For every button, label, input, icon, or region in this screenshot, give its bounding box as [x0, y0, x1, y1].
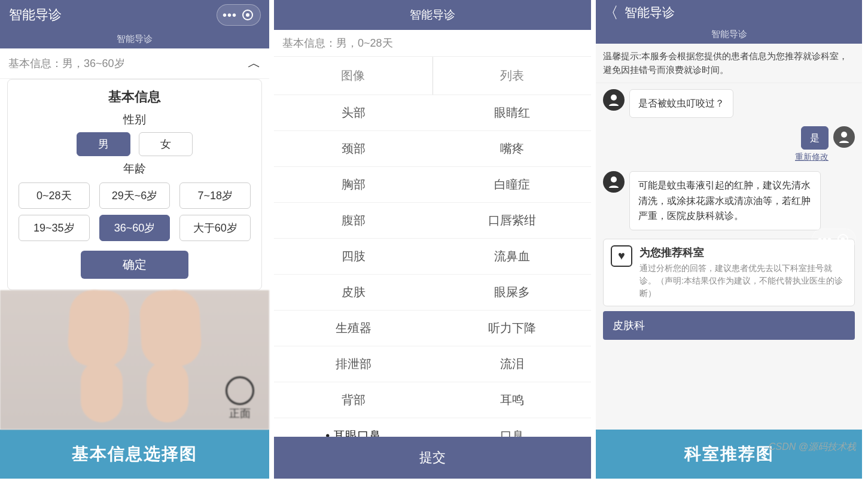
- back-icon[interactable]: 〈: [603, 2, 619, 23]
- symptom-item[interactable]: 流泪: [433, 346, 591, 382]
- svg-point-2: [611, 176, 617, 182]
- header: 〈 智能导诊 •••: [596, 0, 862, 25]
- bot-avatar-icon: [603, 171, 625, 193]
- body-part-item[interactable]: 生殖器: [274, 311, 433, 346]
- gender-female[interactable]: 女: [139, 132, 193, 156]
- body-part-item[interactable]: 四肢: [274, 239, 433, 275]
- symptom-item[interactable]: 流鼻血: [433, 239, 591, 275]
- age-option[interactable]: 0~28天: [19, 182, 90, 209]
- age-option[interactable]: 29天~6岁: [99, 182, 170, 209]
- body-part-item[interactable]: 耳眼口鼻: [274, 418, 433, 437]
- target-icon[interactable]: [239, 7, 257, 23]
- edit-answer-link[interactable]: 重新修改: [795, 152, 829, 163]
- age-option[interactable]: 36~60岁: [99, 215, 170, 241]
- symptom-item[interactable]: 听力下降: [433, 311, 591, 346]
- page-title: 智能导诊: [274, 7, 591, 23]
- watermark: CSDN @源码技术栈: [769, 441, 856, 453]
- footer-caption: 基本信息选择图: [0, 430, 269, 479]
- body-part-item[interactable]: 胸部: [274, 167, 433, 203]
- gender-male[interactable]: 男: [77, 132, 130, 156]
- bot-message: 可能是蚊虫毒液引起的红肿，建议先清水清洗，或涂抹花露水或清凉油等，若红肿严重，医…: [629, 171, 821, 230]
- symptom-item[interactable]: 口唇紫绀: [433, 203, 591, 239]
- body-image[interactable]: 正面: [0, 290, 269, 430]
- more-icon[interactable]: •••: [816, 232, 834, 247]
- body-part-item[interactable]: 皮肤: [274, 275, 433, 311]
- tab-image[interactable]: 图像: [274, 57, 433, 95]
- body-part-item[interactable]: 排泄部: [274, 346, 433, 382]
- age-option[interactable]: 大于60岁: [179, 215, 251, 241]
- svg-point-0: [611, 95, 617, 101]
- chevron-up-icon: ︿: [248, 54, 261, 72]
- info-bar-text: 基本信息：男，36~60岁: [8, 56, 125, 71]
- page-title: 智能导诊: [9, 6, 62, 24]
- page-title: 智能导诊: [625, 4, 675, 21]
- gender-label: 性别: [19, 112, 251, 127]
- symptom-item[interactable]: 白瞳症: [433, 167, 591, 203]
- svg-point-1: [841, 132, 847, 138]
- department-button[interactable]: 皮肤科: [603, 311, 855, 340]
- symptom-list[interactable]: 眼睛红嘴疼白瞳症口唇紫绀流鼻血眼屎多听力下降流泪耳鸣口臭耳痛: [433, 95, 591, 437]
- age-option[interactable]: 19~35岁: [19, 215, 90, 241]
- age-label: 年龄: [19, 161, 251, 176]
- rotate-button[interactable]: 正面: [226, 376, 254, 421]
- user-message: 是: [801, 126, 829, 150]
- symptom-item[interactable]: 眼睛红: [433, 95, 591, 131]
- tab-list[interactable]: 列表: [433, 57, 592, 95]
- tip-text: 温馨提示:本服务会根据您提供的患者信息为您推荐就诊科室，避免因挂错号而浪费就诊时…: [596, 44, 862, 83]
- info-bar[interactable]: 基本信息：男，0~28天: [274, 30, 591, 57]
- subheader: 智能导诊: [596, 25, 862, 44]
- symptom-item[interactable]: 嘴疼: [433, 131, 591, 167]
- user-avatar-icon: [833, 126, 855, 148]
- submit-button[interactable]: 提交: [274, 437, 591, 479]
- symptom-item[interactable]: 耳鸣: [433, 382, 591, 418]
- bot-message: 是否被蚊虫叮咬过？: [629, 89, 733, 118]
- chat-area: 是否被蚊虫叮咬过？ 是 重新修改 可能是蚊虫毒液引起的红肿，建议先清水清洗，或涂…: [596, 83, 862, 430]
- card-title: 基本信息: [19, 88, 251, 106]
- target-icon[interactable]: [834, 232, 852, 247]
- info-bar-text: 基本信息：男，0~28天: [282, 36, 393, 50]
- age-option[interactable]: 7~18岁: [179, 182, 251, 209]
- body-part-list[interactable]: 头部颈部胸部腹部四肢皮肤生殖器排泄部背部耳眼口鼻上肢: [274, 95, 433, 437]
- more-icon[interactable]: •••: [221, 7, 239, 23]
- symptom-item[interactable]: 眼屎多: [433, 275, 591, 311]
- basic-info-card: 基本信息 性别 男 女 年龄 0~28天 29天~6岁 7~18岁 19~35岁…: [7, 79, 262, 290]
- subheader: 智能导诊: [0, 30, 269, 48]
- confirm-button[interactable]: 确定: [81, 251, 188, 279]
- view-tabs: 图像 列表: [274, 57, 591, 95]
- body-part-item[interactable]: 腹部: [274, 203, 433, 239]
- symptom-item[interactable]: 口臭: [433, 418, 591, 437]
- body-part-item[interactable]: 头部: [274, 95, 433, 131]
- heart-icon: ♥: [611, 245, 632, 267]
- info-bar[interactable]: 基本信息：男，36~60岁 ︿: [0, 48, 269, 79]
- bot-avatar-icon: [603, 89, 625, 111]
- footer-caption: 科室推荐图: [596, 430, 862, 479]
- body-part-item[interactable]: 背部: [274, 382, 433, 418]
- body-part-item[interactable]: 颈部: [274, 131, 433, 167]
- recommendation-desc: 通过分析您的回答，建议患者优先去以下科室挂号就诊。（声明:本结果仅作为建议，不能…: [639, 262, 847, 300]
- header: 智能导诊: [274, 0, 591, 30]
- header: 智能导诊 •••: [0, 0, 269, 30]
